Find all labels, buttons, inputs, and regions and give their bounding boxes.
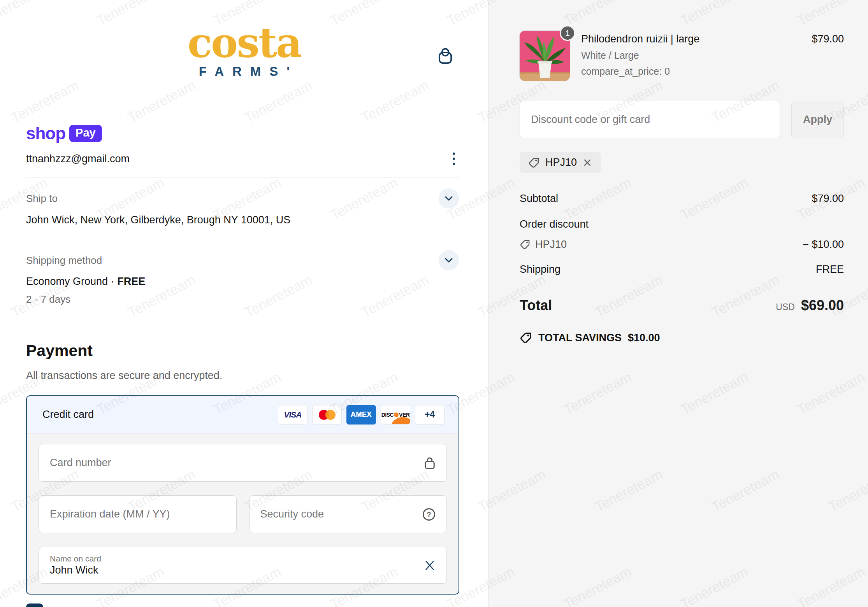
security-code-field: ? <box>249 495 447 533</box>
card-brand-icons: VISA AMEX DISCVER +4 <box>278 405 445 425</box>
checkout-page: costa FARMS' shop Pay ttnanhzzz@gmail.co… <box>0 0 868 607</box>
ship-to-expand-button[interactable] <box>439 188 459 209</box>
name-on-card-input[interactable] <box>50 564 424 576</box>
cart-line-item: 1 Philodendron ruizii | large $79.00 Whi… <box>520 31 844 81</box>
discover-icon: DISCVER <box>381 405 410 425</box>
total-amount: $69.00 <box>801 297 844 314</box>
total-currency: USD <box>776 302 795 312</box>
account-menu-button[interactable] <box>449 151 459 167</box>
shipping-method-row: Shipping method <box>26 250 459 270</box>
help-circle-icon[interactable]: ? <box>422 508 436 521</box>
order-discount-label: Order discount <box>520 218 589 230</box>
shipping-method-price: FREE <box>117 275 145 287</box>
total-label: Total <box>520 297 552 314</box>
security-code-input[interactable] <box>260 508 423 520</box>
shipping-method-name: Economy Ground <box>26 275 108 287</box>
shipping-method-expand-button[interactable] <box>439 250 459 270</box>
shopping-bag-icon <box>437 47 453 65</box>
shop-pay-logo: shop Pay <box>26 124 102 143</box>
card-number-input[interactable] <box>50 457 424 469</box>
expiration-input[interactable] <box>50 508 225 520</box>
checkout-main-panel: costa FARMS' shop Pay ttnanhzzz@gmail.co… <box>0 0 489 607</box>
total-savings-label: TOTAL SAVINGS <box>538 332 622 344</box>
product-price: $79.00 <box>812 33 844 45</box>
discount-code-input[interactable] <box>520 101 780 138</box>
applied-discount-chip: HPJ10 <box>520 152 601 173</box>
cart-button[interactable] <box>434 45 456 67</box>
billing-same-checkbox[interactable] <box>26 603 43 607</box>
credit-card-option-header[interactable]: Credit card VISA AMEX DISCVER +4 <box>27 396 459 433</box>
mastercard-icon <box>312 405 342 425</box>
total-savings-amount: $10.00 <box>628 332 660 344</box>
quantity-badge: 1 <box>560 25 575 41</box>
visa-icon: VISA <box>278 405 307 425</box>
subtotal-label: Subtotal <box>520 193 558 205</box>
close-icon <box>424 560 436 571</box>
name-on-card-label: Name on card <box>50 554 424 563</box>
account-row: ttnanhzzz@gmail.com <box>26 150 459 167</box>
ship-to-value: John Wick, New York, Gilberdyke, Brough … <box>26 214 290 226</box>
amex-icon: AMEX <box>346 405 376 425</box>
store-logo: costa FARMS' <box>0 24 488 79</box>
product-variant: White / Large <box>581 50 844 61</box>
applied-discount-code: HPJ10 <box>545 156 577 168</box>
lock-icon <box>424 456 436 470</box>
shipping-eta: 2 - 7 days <box>26 293 70 305</box>
remove-discount-button[interactable] <box>582 158 592 168</box>
credit-card-form: ? Name on card <box>27 433 459 595</box>
tag-icon <box>528 157 540 168</box>
chevron-down-icon <box>445 258 453 263</box>
close-icon <box>582 158 592 168</box>
divider <box>26 240 459 240</box>
payment-section-subtitle: All transactions are secure and encrypte… <box>26 370 222 382</box>
order-summary-panel: 1 Philodendron ruizii | large $79.00 Whi… <box>489 0 868 607</box>
shop-pay-badge: Pay <box>69 125 102 142</box>
shipping-label: Shipping <box>520 263 561 275</box>
shipping-row: Shipping FREE <box>520 260 844 279</box>
shipping-method-label: Shipping method <box>26 254 102 267</box>
divider <box>26 318 459 318</box>
ship-to-label: Ship to <box>26 193 58 205</box>
chevron-down-icon <box>445 196 453 201</box>
discount-code-row: Apply <box>520 101 844 138</box>
apply-discount-button[interactable]: Apply <box>791 101 844 138</box>
logo-wordmark: costa <box>0 24 488 63</box>
shop-pay-word: shop <box>26 124 65 143</box>
tag-icon <box>520 332 532 344</box>
payment-section-title: Payment <box>26 342 93 360</box>
ship-to-row: Ship to <box>26 188 459 209</box>
credit-card-option: Credit card VISA AMEX DISCVER +4 <box>26 395 459 595</box>
total-savings-row: TOTAL SAVINGS $10.00 <box>520 332 844 344</box>
logo-subtext: FARMS' <box>0 64 488 79</box>
more-brands-icon: +4 <box>415 405 445 425</box>
expiration-field <box>39 495 237 533</box>
credit-card-label: Credit card <box>42 409 94 421</box>
shipping-method-value: Economy Ground · FREE <box>26 275 145 288</box>
account-email: ttnanhzzz@gmail.com <box>26 153 130 165</box>
discount-code-value: HPJ10 <box>535 239 567 251</box>
discount-code-line: HPJ10 − $10.00 <box>520 235 844 254</box>
subtotal-value: $79.00 <box>812 193 844 205</box>
product-title: Philodendron ruizii | large <box>581 33 699 45</box>
divider <box>26 177 459 177</box>
separator-dot: · <box>111 275 114 287</box>
product-meta: compare_at_price: 0 <box>581 66 844 77</box>
subtotal-row: Subtotal $79.00 <box>520 189 844 208</box>
tag-icon <box>520 239 531 250</box>
total-row: Total USD $69.00 <box>520 293 844 318</box>
svg-text:?: ? <box>427 511 431 518</box>
name-on-card-field: Name on card <box>39 547 447 584</box>
shipping-value: FREE <box>816 263 844 275</box>
discount-amount: − $10.00 <box>803 239 844 251</box>
card-number-field <box>39 444 447 482</box>
clear-name-button[interactable] <box>424 560 436 571</box>
order-discount-row: Order discount <box>520 215 844 233</box>
